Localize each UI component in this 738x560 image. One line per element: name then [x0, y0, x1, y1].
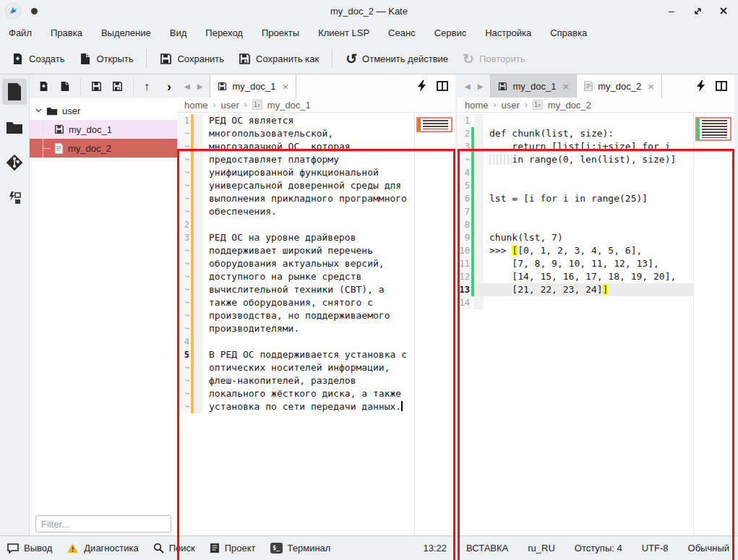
highlighting-mode[interactable]: Обычный	[688, 543, 729, 553]
wrap-arrow-icon: ↪	[177, 400, 191, 413]
tree-folder-user[interactable]: user	[30, 101, 177, 120]
line-number: 4	[177, 335, 191, 348]
menu-item[interactable]: Правка	[51, 27, 82, 38]
tab-my-doc-1[interactable]: my_doc_1 ×	[490, 74, 576, 98]
menu-item[interactable]: Сеанс	[388, 27, 416, 38]
documents-tree: user my_doc_1 my_doc_2	[30, 98, 177, 158]
panel-toggle-diagnostics[interactable]: Диагностика	[66, 543, 138, 553]
minimap-left[interactable]	[416, 117, 452, 132]
line-text	[484, 114, 693, 127]
breadcrumb-home[interactable]: home	[184, 100, 208, 111]
filter-input[interactable]	[35, 515, 171, 533]
menu-item[interactable]: Настройка	[485, 27, 531, 38]
text-editor-my-doc-1[interactable]: 1РЕД ОС является↪многопользовательской,↪…	[177, 113, 455, 535]
tree-item-my-doc-2[interactable]: my_doc_2	[30, 139, 177, 158]
dictionary[interactable]: ru_RU	[528, 543, 555, 553]
line-text: РЕД ОС на уровне драйверов	[203, 231, 414, 244]
panel-toggle-search[interactable]: Поиск	[153, 543, 195, 553]
matched-bracket: ]	[603, 284, 609, 295]
editor-line: 13 [21, 22, 23, 24]]	[458, 283, 693, 296]
breadcrumb-file[interactable]: my_doc_1	[267, 100, 311, 111]
close-icon[interactable]	[718, 5, 729, 17]
menu-item[interactable]: Клиент LSP	[318, 27, 369, 38]
scrollbar-left[interactable]	[414, 113, 455, 535]
undo-button[interactable]: ↺ Отменить действие	[338, 48, 455, 70]
breadcrumb-file[interactable]: my_doc_2	[548, 100, 591, 111]
modified-save-icon	[54, 124, 64, 134]
menu-item[interactable]: Проекты	[262, 27, 299, 38]
breadcrumb-user[interactable]: user	[502, 100, 520, 111]
panel-toggle-terminal[interactable]: $_ Терминал	[270, 543, 331, 553]
line-text	[203, 335, 414, 348]
tab-forward-icon[interactable]: ▶	[478, 82, 484, 90]
tab-back-icon[interactable]: ◀	[465, 82, 471, 90]
save-as-button[interactable]: Сохранить как	[231, 48, 326, 69]
tool-view-strip	[0, 74, 29, 535]
tab-back-icon[interactable]: ◀	[184, 82, 190, 90]
previous-document-button[interactable]: ↑	[144, 81, 150, 92]
editor-line: ↪доступного на рынке средств	[177, 270, 414, 283]
overflow-chevron-icon[interactable]: ›	[167, 80, 171, 93]
tab-close-icon[interactable]: ×	[280, 80, 288, 92]
minimap-right[interactable]	[695, 117, 731, 141]
panel-toggle-output[interactable]: Вывод	[7, 543, 52, 553]
editor-line: ↪многопользовательской,	[177, 127, 414, 140]
tab-my-doc-1[interactable]: my_doc_1 ×	[210, 74, 296, 98]
folding-column	[474, 270, 484, 283]
tab-close-icon[interactable]: ×	[646, 80, 654, 92]
redo-button[interactable]: ↻ Повторить	[455, 48, 532, 70]
folding-column	[194, 140, 203, 153]
panel-open-document-button[interactable]	[59, 81, 70, 92]
new-document-icon	[38, 81, 49, 92]
menu-item[interactable]: Вид	[170, 27, 187, 38]
cursor-position[interactable]: 13:22	[423, 543, 447, 553]
quick-actions-lightning-icon[interactable]	[417, 80, 426, 92]
menu-item[interactable]: Выделение	[101, 27, 151, 38]
encoding[interactable]: UTF-8	[642, 543, 669, 553]
text-editor-my-doc-2[interactable]: 12def chunk(list, size):3 return [list[i…	[458, 113, 734, 535]
menu-item[interactable]: Сервис	[434, 27, 467, 38]
restore-button[interactable]	[692, 5, 703, 17]
tab-forward-icon[interactable]: ▶	[197, 82, 203, 90]
scrollbar-right[interactable]	[693, 113, 734, 535]
save-icon	[160, 53, 172, 65]
input-mode[interactable]: ВСТАВКА	[466, 543, 508, 553]
line-text: [21, 22, 23, 24]]	[484, 283, 693, 296]
panel-save-as-button[interactable]	[112, 81, 123, 92]
quick-actions-lightning-icon[interactable]	[696, 80, 705, 92]
editor-line: 14	[458, 296, 693, 309]
split-view-icon[interactable]	[437, 81, 448, 91]
tab-my-doc-2[interactable]: my_doc_2 ×	[576, 74, 662, 98]
menu-item[interactable]: Справка	[550, 27, 587, 38]
new-document-button[interactable]: Создать	[4, 48, 72, 69]
line-text: многопользовательской,	[203, 127, 414, 140]
folding-column	[194, 205, 203, 218]
editor-line: ↪универсальной доверенной среды для	[177, 179, 414, 192]
editor-line: 4	[458, 166, 693, 179]
editor-line: ↪поддерживает широкий перечень	[177, 244, 414, 257]
panel-save-button[interactable]	[91, 81, 102, 92]
breadcrumb-home[interactable]: home	[465, 100, 489, 111]
line-text	[203, 218, 414, 231]
sidebar-item-filesystem[interactable]	[2, 114, 27, 140]
sidebar-item-git[interactable]	[2, 150, 27, 176]
breadcrumb-user[interactable]: user	[221, 100, 239, 111]
panel-new-document-button[interactable]	[38, 81, 49, 92]
line-number: 14	[458, 296, 471, 309]
sidebar-item-symbols[interactable]	[2, 185, 27, 211]
panel-toggle-project[interactable]: Проект	[210, 543, 256, 553]
save-button[interactable]: Сохранить	[153, 48, 231, 69]
indentation[interactable]: Отступы: 4	[575, 543, 622, 553]
menu-item[interactable]: Файл	[9, 27, 32, 38]
folding-column	[474, 140, 484, 153]
folding-column	[194, 166, 203, 179]
line-number: 5	[458, 179, 471, 192]
menu-item[interactable]: Переход	[205, 27, 243, 38]
tab-close-icon[interactable]: ×	[561, 80, 569, 92]
line-number: 9	[458, 231, 471, 244]
open-document-button[interactable]: Открыть	[72, 48, 140, 69]
tree-item-my-doc-1[interactable]: my_doc_1	[30, 120, 177, 139]
split-view-icon[interactable]	[716, 81, 727, 91]
minimize-button[interactable]: –	[666, 5, 677, 17]
sidebar-item-documents[interactable]	[2, 79, 27, 105]
